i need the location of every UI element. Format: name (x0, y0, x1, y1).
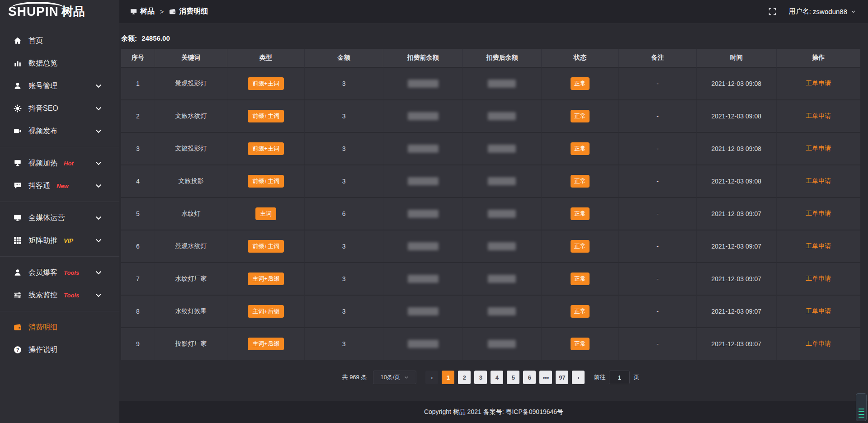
column-header: 时间 (696, 49, 776, 67)
sidebar-item-label: 视频发布 (28, 127, 57, 136)
chevron-down-icon (94, 82, 103, 90)
goto-page-input[interactable] (609, 371, 630, 384)
cell-amount: 3 (304, 262, 382, 295)
logo-text-cn: 树品 (61, 4, 85, 19)
cell-time: 2021-12-03 09:08 (696, 67, 776, 99)
cell-amount: 6 (304, 197, 382, 230)
cell-keyword: 文旅投影灯 (155, 132, 227, 164)
cell-type: 主词+后缀 (227, 295, 305, 327)
page-button-4[interactable]: 4 (491, 371, 503, 384)
redacted-balance-before (408, 177, 439, 185)
breadcrumb-current-label: 消费明细 (179, 7, 208, 16)
cell-action: 工单申请 (776, 99, 860, 132)
sidebar-item-label: 线索监控 (28, 291, 57, 300)
redacted-balance-after (488, 112, 516, 120)
page-size-select[interactable]: 10条/页 (373, 371, 416, 384)
cell-index: 8 (121, 295, 155, 327)
sidebar-item-consume-detail[interactable]: 消费明细 (0, 316, 119, 338)
goto-unit: 页 (633, 373, 639, 381)
redacted-balance-after (488, 340, 516, 348)
type-badge: 主词+后缀 (248, 305, 284, 318)
column-header: 金额 (304, 49, 382, 67)
work-order-link[interactable]: 工单申请 (806, 112, 831, 119)
work-order-link[interactable]: 工单申请 (806, 242, 831, 249)
work-order-link[interactable]: 工单申请 (806, 80, 831, 87)
sidebar-item-media-operation[interactable]: 全媒体运营 (0, 207, 119, 229)
status-badge: 正常 (571, 175, 590, 188)
redacted-balance-before (408, 112, 439, 120)
consume-table: 序号关键词类型金额扣费前余额扣费后余额状态备注时间操作 1景观投影灯前缀+主词3… (121, 49, 860, 360)
page-button-2[interactable]: 2 (458, 371, 471, 384)
next-page-button[interactable]: › (572, 371, 585, 384)
cell-action: 工单申请 (776, 197, 860, 230)
floating-widget[interactable] (856, 393, 867, 421)
sidebar-item-data-overview[interactable]: 数据总览 (0, 52, 119, 75)
work-order-link[interactable]: 工单申请 (806, 145, 831, 152)
page-button-6[interactable]: 6 (523, 371, 536, 384)
video-icon (14, 127, 22, 135)
cell-balance-before (383, 197, 463, 230)
work-order-link[interactable]: 工单申请 (806, 275, 831, 282)
cell-type: 主词+后缀 (227, 327, 305, 360)
work-order-link[interactable]: 工单申请 (806, 210, 831, 217)
sidebar-item-label: 会员爆客 (28, 268, 57, 277)
ellipsis-button[interactable]: ••• (539, 371, 552, 384)
cell-balance-before (383, 99, 463, 132)
status-badge: 正常 (571, 273, 590, 285)
table-row: 4文旅投影前缀+主词3正常-2021-12-03 09:08工单申请 (121, 164, 860, 197)
page-button-5[interactable]: 5 (507, 371, 519, 384)
sidebar: SHUPIN 树品 首页数据总览账号管理抖音SEO视频发布视频加热Hot抖客通N… (0, 0, 119, 423)
sidebar-item-label: 视频加热 (28, 159, 57, 168)
page-button-3[interactable]: 3 (474, 371, 487, 384)
sidebar-item-tag: Hot (64, 160, 74, 167)
page-button-97[interactable]: 97 (556, 371, 568, 384)
monitor-icon (14, 214, 22, 222)
cell-balance-before (383, 67, 463, 99)
sidebar-item-label: 数据总览 (28, 59, 57, 68)
sidebar-item-home[interactable]: 首页 (0, 29, 119, 52)
work-order-link[interactable]: 工单申请 (806, 340, 831, 347)
table-row: 1景观投影灯前缀+主词3正常-2021-12-03 09:08工单申请 (121, 67, 860, 99)
status-badge: 正常 (571, 338, 590, 350)
prev-page-button[interactable]: ‹ (425, 371, 438, 384)
sidebar-item-clue-monitor[interactable]: 线索监控Tools (0, 284, 119, 306)
cell-keyword: 景观投影灯 (155, 67, 227, 99)
cell-remark: - (618, 295, 696, 327)
cell-balance-before (383, 295, 463, 327)
sidebar-item-tag: New (57, 183, 69, 189)
sidebar-item-douketong[interactable]: 抖客通New (0, 174, 119, 197)
work-order-link[interactable]: 工单申请 (806, 307, 831, 315)
user-dropdown[interactable]: 用户名: zswodun88 (789, 7, 856, 16)
sidebar-item-matrix-boost[interactable]: 矩阵助推VIP (0, 229, 119, 252)
work-order-link[interactable]: 工单申请 (806, 177, 831, 184)
sidebar-item-douyin-seo[interactable]: 抖音SEO (0, 97, 119, 120)
sidebar-item-account-manage[interactable]: 账号管理 (0, 75, 119, 97)
breadcrumb-item-current: 消费明细 (169, 7, 208, 16)
breadcrumb-item-root[interactable]: 树品 (130, 7, 155, 16)
cell-type: 主词+后缀 (227, 262, 305, 295)
cell-type: 前缀+主词 (227, 164, 305, 197)
sidebar-menu: 首页数据总览账号管理抖音SEO视频发布视频加热Hot抖客通New全媒体运营矩阵助… (0, 23, 119, 361)
sidebar-item-video-publish[interactable]: 视频发布 (0, 120, 119, 142)
cell-status: 正常 (541, 230, 619, 262)
sidebar-item-help[interactable]: ?操作说明 (0, 338, 119, 361)
sliders-icon (14, 291, 22, 299)
chevron-down-icon (404, 375, 409, 380)
table-row: 5水纹灯主词6正常-2021-12-03 09:07工单申请 (121, 197, 860, 230)
sidebar-item-member-baoke[interactable]: 会员爆客Tools (0, 261, 119, 284)
chat-icon (14, 182, 22, 190)
grid-icon (14, 236, 22, 244)
cell-type: 前缀+主词 (227, 230, 305, 262)
cell-balance-after (462, 99, 541, 132)
sidebar-item-video-heat[interactable]: 视频加热Hot (0, 152, 119, 174)
redacted-balance-before (408, 80, 439, 88)
sidebar-item-label: 抖客通 (28, 181, 50, 191)
page-button-1[interactable]: 1 (442, 371, 454, 384)
redacted-balance-before (408, 242, 439, 250)
cell-keyword: 文旅投影 (155, 164, 227, 197)
cell-action: 工单申请 (776, 164, 860, 197)
breadcrumb-separator: > (160, 8, 164, 15)
chart-icon (14, 59, 22, 67)
fullscreen-icon[interactable] (769, 8, 776, 15)
cell-amount: 3 (304, 164, 382, 197)
